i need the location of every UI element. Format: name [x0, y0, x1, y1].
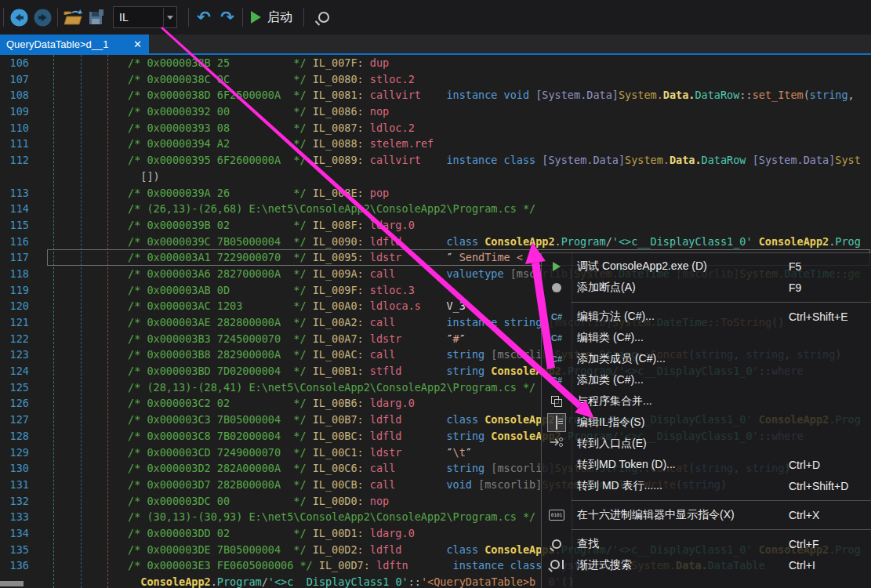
tab-querydatatable[interactable]: QueryDataTable>d__1 ✕	[0, 34, 149, 53]
menu-item-shortcut: Ctrl+X	[789, 509, 819, 521]
menu-item[interactable]: C#添加类 (C#)...	[542, 369, 871, 390]
code-text: /* (30,13)-(30,93) E:\net5\ConsoleApp2\C…	[35, 509, 535, 525]
line-number[interactable]: 119	[0, 282, 35, 299]
code-line[interactable]: 106/* 0x0000038B 25 */ IL_007F: dup	[0, 55, 871, 71]
undo-button[interactable]: ↶	[192, 5, 216, 30]
code-line[interactable]: 112/* 0x00000395 6F2600000A */ IL_0089: …	[0, 152, 871, 169]
menu-item[interactable]: 转到 MD 表行......Ctrl+Shift+D	[542, 475, 871, 496]
menu-item-label: 渐进式搜索	[572, 558, 632, 572]
line-number[interactable]: 126	[0, 395, 35, 412]
redo-icon: ↷	[220, 9, 234, 25]
line-number[interactable]: 133	[0, 509, 35, 525]
menu-item-label: 编辑方法 (C#)...	[572, 310, 655, 324]
code-text: /* 0x000003C2 02 */ IL_00B6: ldarg.0	[35, 395, 415, 412]
navigate-back-button[interactable]	[7, 5, 31, 30]
redo-button[interactable]: ↷	[216, 5, 239, 30]
menu-item[interactable]: 转到MD Token (D)...Ctrl+D	[542, 454, 871, 475]
menu-item[interactable]: 编辑IL指令(S)	[542, 412, 871, 433]
menu-item[interactable]: C#添加类成员 (C#)...	[542, 348, 871, 369]
line-number[interactable]: 130	[0, 460, 35, 477]
code-line[interactable]: 108/* 0x0000038D 6F2500000A */ IL_0081: …	[0, 87, 871, 103]
code-line[interactable]: 110/* 0x00000393 08 */ IL_0087: ldloc.2	[0, 120, 871, 136]
line-number[interactable]: 116	[0, 234, 35, 250]
menu-item-label: 查找	[572, 537, 599, 551]
forward-icon	[34, 9, 52, 27]
close-icon[interactable]: ✕	[126, 38, 149, 50]
line-number[interactable]: 110	[0, 120, 35, 136]
menu-item[interactable]: 转到入口点(E)	[542, 433, 871, 454]
start-debug-button[interactable]: 启动	[251, 5, 300, 30]
line-number[interactable]: 132	[0, 493, 35, 510]
menu-item-label: 添加类成员 (C#)...	[572, 352, 666, 366]
line-number[interactable]: 112	[0, 152, 35, 169]
code-text: /* 0x000003A1 7229000070 */ IL_0095: lds…	[35, 249, 542, 266]
code-text: /* 0x000003DC 00 */ IL_00D0: nop	[35, 493, 389, 510]
code-line[interactable]: 115/* 0x0000039B 02 */ IL_008F: ldarg.0	[0, 217, 871, 234]
line-number[interactable]: 107	[0, 71, 35, 88]
code-text: /* 0x00000395 6F2600000A */ IL_0089: cal…	[35, 152, 861, 169]
menu-item[interactable]: 添加断点(A)F9	[542, 277, 871, 298]
menu-item[interactable]: 与程序集合并...	[542, 390, 871, 412]
code-line[interactable]: 116/* 0x0000039C 7B05000004 */ IL_0090: …	[0, 234, 871, 250]
code-text: /* 0x0000039B 02 */ IL_008F: ldarg.0	[35, 217, 415, 234]
line-number[interactable]: 125	[0, 379, 35, 396]
chevron-down-icon[interactable]	[163, 8, 176, 27]
menu-item[interactable]: 查找Ctrl+F	[542, 533, 871, 554]
csharp-icon: C#	[551, 354, 562, 364]
code-line[interactable]: 114/* (26,13)-(26,68) E:\net5\ConsoleApp…	[0, 201, 871, 217]
line-number[interactable]: 131	[0, 477, 35, 493]
code-text: /* 0x0000038C 0C */ IL_0080: stloc.2	[35, 71, 415, 88]
menu-item-icon-slot	[542, 413, 572, 432]
line-number[interactable]: 123	[0, 347, 35, 363]
language-combobox[interactable]: IL	[113, 6, 177, 28]
menu-item[interactable]: C#编辑类 (C#)...	[542, 327, 871, 348]
save-button[interactable]	[85, 5, 108, 30]
line-number[interactable]: 114	[0, 201, 35, 217]
line-number[interactable]: 113	[0, 185, 35, 201]
line-number[interactable]	[0, 169, 35, 185]
horizontal-scrollbar-thumb[interactable]	[0, 581, 24, 586]
menu-item-label: 在十六进制编辑器中显示指令(X)	[572, 508, 735, 522]
code-line[interactable]: [])	[0, 169, 871, 185]
line-number[interactable]: 128	[0, 428, 35, 445]
line-number[interactable]: 115	[0, 217, 35, 234]
line-number[interactable]: 127	[0, 412, 35, 428]
line-number[interactable]: 136	[0, 557, 35, 574]
line-number[interactable]: 134	[0, 525, 35, 542]
code-line[interactable]: 107/* 0x0000038C 0C */ IL_0080: stloc.2	[0, 71, 871, 88]
code-line[interactable]: 113/* 0x0000039A 26 */ IL_008E: pop	[0, 185, 871, 201]
menu-item-icon-slot	[542, 396, 572, 407]
line-number[interactable]: 135	[0, 542, 35, 558]
menu-item[interactable]: C#编辑方法 (C#)...Ctrl+Shift+E	[542, 306, 871, 327]
line-number[interactable]: 108	[0, 87, 35, 103]
line-number[interactable]: 118	[0, 266, 35, 282]
line-number[interactable]: 124	[0, 363, 35, 379]
hex-editor-icon: 0101	[549, 510, 564, 521]
menu-item-label: 转到MD Token (D)...	[572, 458, 676, 472]
toolbar: IL ↶ ↷ 启动	[0, 0, 871, 34]
line-number[interactable]: 111	[0, 136, 35, 152]
line-number[interactable]: 117	[0, 249, 35, 266]
menu-item[interactable]: 0101在十六进制编辑器中显示指令(X)Ctrl+X	[542, 504, 871, 525]
code-line[interactable]: 109/* 0x00000392 00 */ IL_0086: nop	[0, 103, 871, 120]
line-number[interactable]: 121	[0, 314, 35, 331]
code-text: /* 0x00000394 A2 */ IL_0088: stelem.ref	[35, 136, 434, 152]
navigate-forward-button[interactable]	[31, 5, 54, 30]
back-icon	[10, 9, 28, 27]
code-line[interactable]: 111/* 0x00000394 A2 */ IL_0088: stelem.r…	[0, 136, 871, 152]
code-text: /* 0x0000038B 25 */ IL_007F: dup	[35, 55, 389, 71]
line-number[interactable]: 120	[0, 298, 35, 314]
menu-item[interactable]: 渐进式搜索Ctrl+I	[542, 554, 871, 575]
menu-item-icon-slot	[542, 559, 572, 572]
menu-item-label: 编辑类 (C#)...	[572, 331, 644, 345]
line-number[interactable]: 109	[0, 103, 35, 120]
menu-item[interactable]: 调试 ConsoleApp2.exe (D)F5	[542, 256, 871, 277]
start-label: 启动	[267, 9, 292, 26]
menu-item-label: 转到入口点(E)	[572, 437, 647, 451]
line-number[interactable]: 122	[0, 331, 35, 347]
search-button[interactable]	[312, 5, 336, 30]
line-number[interactable]: 106	[0, 55, 35, 71]
open-file-button[interactable]	[61, 5, 85, 30]
line-number[interactable]: 129	[0, 445, 35, 461]
entry-point-icon	[550, 437, 564, 450]
